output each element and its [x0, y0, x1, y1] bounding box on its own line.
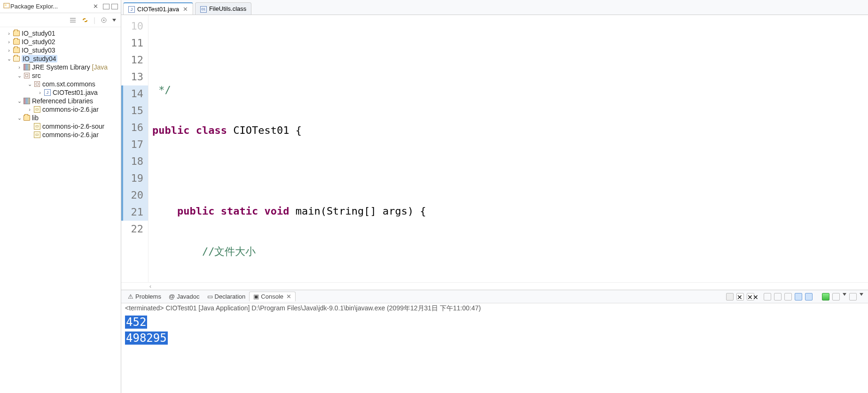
jar-item[interactable]: ▭commons-io-2.6-sour: [0, 122, 121, 131]
tab-label: FileUtils.class: [209, 5, 246, 12]
svg-rect-1: [5, 4, 7, 6]
code-line: [149, 162, 868, 179]
line-number: 22: [121, 221, 148, 238]
collapse-all-icon[interactable]: [69, 16, 77, 24]
package-explorer-title: Package Explor...: [10, 3, 90, 10]
project-item[interactable]: ›IO_study01: [0, 29, 121, 38]
pin-console-button[interactable]: [822, 293, 829, 301]
line-number: 17: [121, 136, 148, 153]
chevron-down-icon[interactable]: [843, 293, 846, 296]
code-line: */: [149, 82, 868, 99]
show-on-output-button[interactable]: [795, 293, 802, 301]
java-file-item[interactable]: ›JCIOTest01.java: [0, 88, 121, 97]
javadoc-tab[interactable]: @Javadoc: [165, 292, 203, 301]
display-console-button[interactable]: [832, 293, 840, 301]
line-number: 20: [121, 187, 148, 204]
link-with-editor-icon[interactable]: [81, 16, 89, 24]
tab-label: CIOTest01.java: [137, 6, 179, 13]
code-line: public static void main(String[] args) {: [149, 203, 868, 220]
java-file-icon: J: [128, 5, 135, 13]
line-number: 19: [121, 170, 148, 187]
view-maximize-button[interactable]: [111, 4, 118, 9]
jre-library-item[interactable]: ›JRE System Library [Java: [0, 63, 121, 71]
package-explorer-icon: [3, 2, 10, 11]
remove-launch-button[interactable]: ✕: [736, 293, 744, 301]
declaration-tab[interactable]: ▭Declaration: [203, 292, 250, 301]
horizontal-scroll[interactable]: ‹: [121, 282, 868, 290]
terminate-button[interactable]: [726, 293, 734, 301]
chevron-down-icon[interactable]: [860, 293, 863, 296]
project-item[interactable]: ›IO_study02: [0, 38, 121, 46]
project-item[interactable]: ⌄IO_study04: [0, 54, 121, 63]
console-status: <terminated> CIOTest01 [Java Application…: [121, 303, 868, 314]
project-tree: ›IO_study01 ›IO_study02 ›IO_study03 ⌄IO_…: [0, 27, 121, 141]
open-console-button[interactable]: [849, 293, 857, 301]
output-line: 498295: [125, 331, 168, 345]
editor-area: J CIOTest01.java ✕ 01 FileUtils.class 10…: [121, 0, 868, 393]
line-number: 21: [121, 204, 148, 221]
view-menu-icon[interactable]: [112, 19, 116, 22]
remove-all-button[interactable]: ✕✕: [747, 293, 754, 301]
src-folder-item[interactable]: ⌄src: [0, 71, 121, 80]
code-content[interactable]: */ public class CIOTest01 { public stati…: [149, 15, 868, 282]
line-number: 14: [121, 85, 148, 102]
editor-tab-active[interactable]: J CIOTest01.java ✕: [123, 2, 193, 15]
line-number: 12: [121, 52, 148, 69]
line-number: 15: [121, 102, 148, 119]
console-tabs: ⚠Problems @Javadoc ▭Declaration ▣Console…: [121, 290, 868, 303]
referenced-libraries-item[interactable]: ⌄Referenced Libraries: [0, 97, 121, 105]
lib-folder-item[interactable]: ⌄lib: [0, 114, 121, 122]
console-panel: ⚠Problems @Javadoc ▭Declaration ▣Console…: [121, 290, 868, 393]
problems-icon: ⚠: [128, 293, 133, 300]
project-item[interactable]: ›IO_study03: [0, 46, 121, 54]
close-icon[interactable]: ✕: [286, 293, 291, 300]
console-icon: ▣: [253, 293, 259, 300]
editor-tab-inactive[interactable]: 01 FileUtils.class: [195, 2, 251, 15]
javadoc-icon: @: [169, 293, 175, 300]
editor-tabs: J CIOTest01.java ✕ 01 FileUtils.class: [121, 0, 868, 15]
output-line: 452: [125, 316, 147, 329]
jar-item[interactable]: ›▭commons-io-2.6.jar: [0, 105, 121, 114]
jar-item[interactable]: ▭commons-io-2.6.jar: [0, 131, 121, 139]
problems-tab[interactable]: ⚠Problems: [124, 292, 165, 301]
console-tab[interactable]: ▣Console✕: [249, 292, 296, 301]
svg-point-3: [103, 19, 105, 21]
package-item[interactable]: ⌄com.sxt.commons: [0, 80, 121, 88]
view-close-icon[interactable]: ✕: [93, 3, 98, 10]
class-file-icon: 01: [200, 5, 207, 13]
console-toolbar: ✕ ✕✕: [726, 293, 868, 301]
declaration-icon: ▭: [207, 293, 213, 300]
package-explorer-toolbar: |: [0, 13, 121, 27]
clear-console-button[interactable]: [764, 293, 771, 301]
package-explorer-header: Package Explor... ✕: [0, 0, 121, 13]
line-number: 16: [121, 119, 148, 136]
line-number: 10: [121, 18, 148, 35]
line-number: 11: [121, 35, 148, 52]
line-gutter: 10 11 12 13 14 15 16 17 18 19 20 21 22: [121, 15, 149, 282]
code-line: [149, 41, 868, 58]
show-on-error-button[interactable]: [805, 293, 813, 301]
console-output[interactable]: 452 498295: [121, 314, 868, 393]
scroll-lock-button[interactable]: [774, 293, 782, 301]
code-editor[interactable]: 10 11 12 13 14 15 16 17 18 19 20 21 22 *…: [121, 15, 868, 282]
close-icon[interactable]: ✕: [183, 6, 188, 13]
line-number: 18: [121, 153, 148, 170]
line-number: 13: [121, 69, 148, 85]
package-explorer-panel: Package Explor... ✕ | ›IO_study01 ›IO_st…: [0, 0, 121, 393]
focus-icon[interactable]: [100, 16, 108, 24]
code-line: public class CIOTest01 {: [149, 122, 868, 139]
code-line: //文件大小: [149, 243, 868, 260]
word-wrap-button[interactable]: [784, 293, 792, 301]
view-minimize-button[interactable]: [103, 4, 109, 9]
